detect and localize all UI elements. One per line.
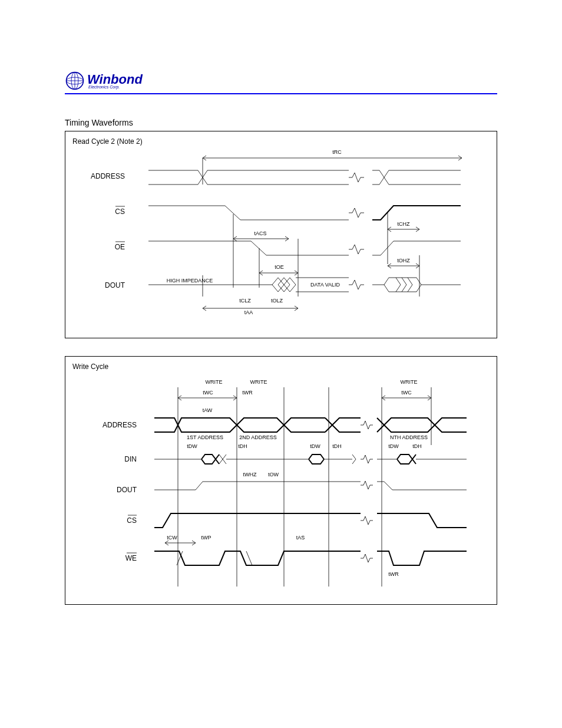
svg-text:tDW: tDW <box>388 443 399 449</box>
svg-text:DOUT: DOUT <box>105 281 125 289</box>
svg-text:OE: OE <box>115 243 125 251</box>
svg-text:ADDRESS: ADDRESS <box>103 421 137 429</box>
svg-text:tOE: tOE <box>275 264 284 270</box>
logo-text: Winbond <box>87 73 143 86</box>
svg-text:WRITE: WRITE <box>401 379 418 385</box>
svg-text:tOHZ: tOHZ <box>397 258 410 263</box>
svg-text:tOW: tOW <box>268 472 279 477</box>
svg-text:tDH: tDH <box>238 443 247 449</box>
svg-text:tWR: tWR <box>388 571 399 577</box>
svg-text:tAW: tAW <box>203 407 213 413</box>
svg-text:tDH: tDH <box>332 443 342 449</box>
svg-text:HIGH IMPEDANCE: HIGH IMPEDANCE <box>167 278 213 284</box>
write-cycle-diagram: Write Cycle WRITE WRITE WRITE tWC tAW <box>65 356 497 605</box>
logo: Winbond Electronics Corp. <box>65 71 497 91</box>
svg-text:tWHZ: tWHZ <box>243 472 257 477</box>
svg-text:tAS: tAS <box>296 535 305 541</box>
svg-text:WE: WE <box>125 554 137 562</box>
svg-text:tDW: tDW <box>310 443 320 449</box>
svg-text:CS: CS <box>115 207 125 216</box>
section-title: Timing Waveforms <box>65 118 497 127</box>
svg-text:CS: CS <box>127 516 137 525</box>
svg-text:1ST ADDRESS: 1ST ADDRESS <box>187 434 223 440</box>
svg-text:tACS: tACS <box>254 230 266 236</box>
svg-text:WRITE: WRITE <box>250 379 267 385</box>
svg-text:tCHZ: tCHZ <box>398 221 410 227</box>
svg-text:tWC: tWC <box>401 390 412 396</box>
globe-icon <box>65 71 85 91</box>
svg-text:tWC: tWC <box>203 390 213 396</box>
read-cycle-diagram: Read Cycle 2 (Note 2) tRC ADDRESS <box>65 131 497 338</box>
svg-text:DIN: DIN <box>124 455 137 463</box>
svg-text:2ND ADDRESS: 2ND ADDRESS <box>239 434 277 440</box>
svg-text:DATA VALID: DATA VALID <box>310 282 340 288</box>
svg-text:DOUT: DOUT <box>117 486 137 494</box>
header-divider <box>65 93 497 94</box>
svg-text:tWR: tWR <box>242 390 253 396</box>
svg-text:tCW: tCW <box>167 535 177 541</box>
svg-text:tDH: tDH <box>412 443 422 449</box>
svg-text:tRC: tRC <box>332 149 342 155</box>
header: Winbond Electronics Corp. <box>65 71 497 94</box>
diagram2-title: Write Cycle <box>72 363 108 371</box>
svg-text:tOLZ: tOLZ <box>271 298 283 304</box>
svg-text:WRITE: WRITE <box>206 379 223 385</box>
svg-text:tWP: tWP <box>201 535 211 541</box>
diagram1-title: Read Cycle 2 (Note 2) <box>72 137 143 146</box>
svg-text:NTH ADDRESS: NTH ADDRESS <box>390 434 428 440</box>
svg-text:tDW: tDW <box>187 443 197 449</box>
svg-text:tCLZ: tCLZ <box>239 298 251 304</box>
svg-text:tAA: tAA <box>244 309 253 315</box>
svg-text:ADDRESS: ADDRESS <box>91 172 125 180</box>
